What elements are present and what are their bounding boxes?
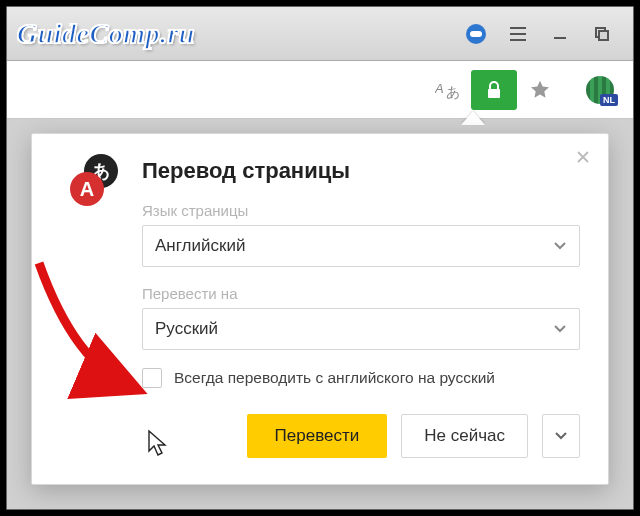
bookmark-button[interactable] bbox=[517, 70, 563, 110]
translate-button[interactable]: A あ bbox=[425, 70, 471, 110]
svg-rect-1 bbox=[599, 31, 608, 40]
translate-logo: あ А bbox=[70, 156, 120, 206]
not-now-button[interactable]: Не сейчас bbox=[401, 414, 528, 458]
globe-icon bbox=[586, 76, 614, 104]
star-icon bbox=[529, 79, 551, 101]
source-language-label: Язык страницы bbox=[142, 202, 580, 219]
translate-icon: A あ bbox=[435, 79, 461, 101]
close-icon bbox=[576, 150, 590, 164]
translate-logo-front: А bbox=[70, 172, 104, 206]
extension-button[interactable] bbox=[577, 70, 623, 110]
translate-popup: あ А Перевод страницы Язык страницы Англи… bbox=[31, 133, 609, 485]
target-language-select[interactable]: Русский bbox=[142, 308, 580, 350]
page-identity-icon[interactable] bbox=[455, 18, 497, 50]
source-language-value: Английский bbox=[155, 236, 245, 256]
more-options-button[interactable] bbox=[542, 414, 580, 458]
page-icon bbox=[466, 24, 486, 44]
titlebar: GuideComp.ru bbox=[7, 7, 633, 61]
browser-window: GuideComp.ru A あ bbox=[6, 6, 634, 510]
svg-text:あ: あ bbox=[446, 84, 460, 100]
button-row: Перевести Не сейчас bbox=[142, 414, 580, 458]
lock-icon bbox=[486, 81, 502, 99]
site-title: GuideComp.ru bbox=[17, 18, 195, 50]
always-translate-checkbox[interactable] bbox=[142, 368, 162, 388]
source-language-select[interactable]: Английский bbox=[142, 225, 580, 267]
chevron-down-icon bbox=[553, 319, 567, 339]
translate-button-label: Перевести bbox=[275, 426, 360, 446]
minimize-button[interactable] bbox=[539, 18, 581, 50]
maximize-button[interactable] bbox=[581, 18, 623, 50]
minimize-icon bbox=[552, 26, 568, 42]
popup-pointer bbox=[461, 111, 485, 125]
chevron-down-icon bbox=[554, 431, 568, 441]
maximize-icon bbox=[594, 26, 610, 42]
security-lock-button[interactable] bbox=[471, 70, 517, 110]
hamburger-icon bbox=[509, 27, 527, 41]
always-translate-row[interactable]: Всегда переводить с английского на русск… bbox=[142, 368, 580, 388]
chevron-down-icon bbox=[553, 236, 567, 256]
not-now-button-label: Не сейчас bbox=[424, 426, 505, 446]
target-language-label: Перевести на bbox=[142, 285, 580, 302]
popup-heading: Перевод страницы bbox=[142, 158, 580, 184]
svg-text:A: A bbox=[435, 81, 444, 96]
translate-button-primary[interactable]: Перевести bbox=[247, 414, 388, 458]
address-toolbar: A あ bbox=[7, 61, 633, 119]
always-translate-label: Всегда переводить с английского на русск… bbox=[174, 369, 495, 387]
svg-rect-4 bbox=[488, 89, 500, 98]
close-button[interactable] bbox=[570, 144, 596, 170]
hamburger-menu-button[interactable] bbox=[497, 18, 539, 50]
target-language-value: Русский bbox=[155, 319, 218, 339]
